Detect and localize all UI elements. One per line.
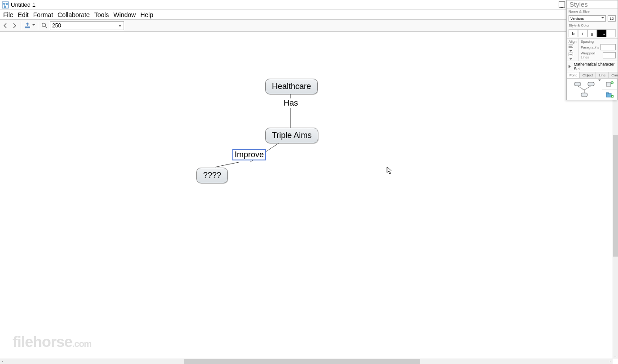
wrapped-lines-input[interactable] [603, 52, 616, 58]
name-size-label: Name & Size [567, 9, 618, 14]
svg-text:abc: abc [582, 89, 585, 91]
svg-rect-24 [606, 82, 611, 86]
svg-line-11 [215, 162, 239, 167]
svg-rect-17 [574, 82, 581, 86]
concept-label: Triple Aims [272, 131, 311, 140]
mouse-cursor-icon [387, 166, 393, 174]
wrapped-lines-label: Wrapped Lines [581, 51, 601, 59]
svg-point-7 [42, 23, 46, 27]
font-family-value: Verdana [570, 17, 584, 21]
minimize-button[interactable]: _ [559, 1, 565, 8]
svg-rect-3 [4, 6, 6, 8]
chevron-down-icon [601, 17, 604, 20]
concept-label: ???? [203, 171, 221, 180]
watermark: filehorse.com [13, 333, 91, 351]
chevron-down-icon [32, 24, 35, 27]
italic-button[interactable]: i [578, 29, 587, 37]
styles-panel: _ Styles Name & Size Verdana 12 Style & … [566, 0, 618, 100]
text-color-swatch[interactable] [597, 29, 606, 37]
canvas-wrap: Healthcare Has Triple Aims Improve ???? … [0, 32, 618, 364]
watermark-com: .com [72, 339, 92, 349]
math-charset-label: Mathematical Character Set [574, 62, 616, 71]
align-v-button[interactable] [569, 53, 577, 59]
menu-window[interactable]: Window [111, 11, 138, 18]
toolbar-separator [38, 22, 38, 30]
menu-format[interactable]: Format [31, 11, 55, 18]
menu-help[interactable]: Help [138, 11, 156, 18]
font-size-input[interactable]: 12 [608, 15, 616, 22]
zoom-value: 250 [52, 22, 61, 29]
titlebar: Untitled 1 [0, 0, 618, 10]
underline-button[interactable]: u [587, 29, 597, 37]
svg-rect-1 [3, 3, 5, 4]
menu-edit[interactable]: Edit [16, 11, 31, 18]
nav-forward-button[interactable] [11, 22, 18, 29]
svg-rect-19 [581, 93, 587, 97]
bold-button[interactable]: b [569, 29, 578, 37]
tab-font[interactable]: Font [567, 72, 580, 78]
zoom-icon[interactable] [41, 22, 48, 29]
link-has[interactable]: Has [284, 98, 298, 108]
math-charset-toggle[interactable]: Mathematical Character Set [567, 61, 618, 72]
font-size-value: 12 [610, 17, 614, 21]
svg-rect-18 [588, 82, 594, 86]
chevron-down-icon [598, 80, 601, 82]
link-label-text: Has [284, 98, 298, 107]
styles-panel-title[interactable]: Styles [567, 0, 618, 9]
svg-rect-2 [6, 3, 8, 5]
concept-placeholder[interactable]: ???? [196, 168, 228, 183]
more-color-button[interactable] [606, 29, 616, 37]
menu-file[interactable]: File [1, 11, 16, 18]
style-color-label: Style & Color [567, 22, 618, 28]
window-title: Untitled 1 [11, 1, 36, 8]
watermark-main: filehorse [13, 333, 72, 351]
concept-label: Healthcare [272, 82, 311, 91]
align-h-button[interactable] [569, 44, 577, 51]
svg-line-21 [585, 86, 591, 89]
paragraphs-label: Paragraphs [581, 45, 599, 49]
chevron-down-icon[interactable]: ⌄ [613, 353, 618, 359]
concept-triple-aims[interactable]: Triple Aims [265, 128, 318, 143]
chevron-left-icon[interactable]: ‹ [0, 359, 5, 364]
chevron-down-icon: ▼ [118, 24, 122, 28]
menu-tools[interactable]: Tools [92, 11, 111, 18]
style-add-button[interactable] [602, 79, 617, 89]
export-split-button[interactable] [24, 21, 35, 30]
app-icon [2, 1, 9, 9]
chevron-down-icon [569, 58, 572, 61]
svg-rect-6 [25, 27, 30, 28]
toolbar-separator [21, 22, 21, 30]
svg-rect-27 [606, 93, 609, 94]
chevron-right-icon[interactable]: › [607, 359, 613, 364]
styles-title-text: Styles [569, 0, 588, 8]
concept-healthcare[interactable]: Healthcare [265, 79, 318, 94]
menu-collaborate[interactable]: Collaborate [55, 11, 92, 18]
hscroll-thumb[interactable] [184, 359, 420, 364]
style-add-folder-button[interactable] [602, 89, 617, 100]
triangle-right-icon [569, 65, 573, 68]
tab-object[interactable]: Object [580, 72, 596, 78]
menubar: File Edit Format Collaborate Tools Windo… [0, 10, 618, 20]
paragraphs-input[interactable] [600, 44, 616, 50]
vscroll-thumb[interactable] [613, 135, 618, 257]
zoom-combo[interactable]: 250 ▼ [50, 21, 124, 30]
style-preview[interactable]: abc [567, 79, 602, 100]
nav-back-button[interactable] [2, 22, 9, 29]
link-improve-editing[interactable]: Improve [232, 149, 266, 160]
tab-cmap[interactable]: Cmap [609, 72, 618, 78]
cmap-canvas[interactable]: Healthcare Has Triple Aims Improve ???? … [0, 32, 618, 364]
tab-line[interactable]: Line [596, 72, 609, 78]
link-label-text: Improve [235, 150, 264, 159]
horizontal-scrollbar[interactable]: ‹ › [0, 359, 613, 364]
font-family-combo[interactable]: Verdana [569, 15, 606, 22]
align-label: Align [569, 40, 577, 44]
spacing-label: Spacing [581, 40, 616, 44]
toolbar: 250 ▼ [0, 20, 618, 32]
svg-line-8 [45, 27, 47, 28]
